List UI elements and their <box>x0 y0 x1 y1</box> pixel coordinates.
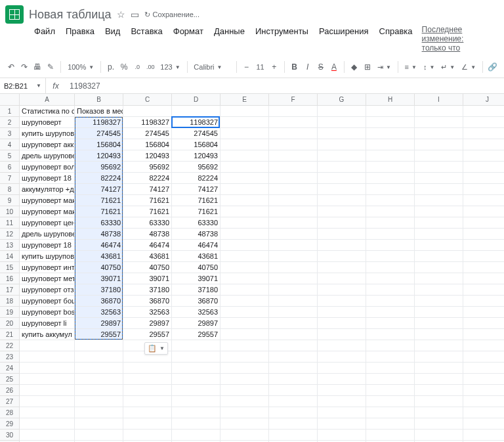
cell[interactable] <box>463 329 504 340</box>
cell[interactable] <box>220 407 269 418</box>
italic-icon[interactable]: I <box>302 59 314 75</box>
cell[interactable]: 32563 <box>172 307 220 318</box>
cell[interactable] <box>463 430 504 441</box>
cell[interactable] <box>366 340 415 351</box>
cell[interactable] <box>366 106 415 117</box>
cell[interactable] <box>318 374 366 385</box>
fill-color-icon[interactable]: ◆ <box>348 59 360 75</box>
cell[interactable] <box>123 363 172 374</box>
cell[interactable] <box>269 296 318 307</box>
cell[interactable]: 1198327 <box>123 117 172 128</box>
row-header[interactable]: 25 <box>0 374 20 385</box>
cell[interactable] <box>220 150 269 162</box>
cell[interactable] <box>123 418 172 430</box>
cell[interactable] <box>75 363 123 374</box>
cell[interactable] <box>269 128 318 139</box>
cell[interactable] <box>415 184 463 195</box>
cell[interactable] <box>123 385 172 396</box>
cell[interactable]: 40750 <box>172 262 220 273</box>
cell[interactable] <box>172 351 220 363</box>
cell[interactable] <box>318 418 366 430</box>
link-icon[interactable]: 🔗 <box>487 59 499 75</box>
cell[interactable]: 40750 <box>75 262 123 273</box>
menu-data[interactable]: Данные <box>210 25 249 53</box>
cell[interactable] <box>269 284 318 296</box>
cell[interactable] <box>415 307 463 318</box>
cell[interactable]: шуруповерт мак <box>20 195 75 206</box>
row-header[interactable]: 20 <box>0 318 20 329</box>
cell[interactable] <box>366 162 415 173</box>
cell[interactable] <box>366 117 415 128</box>
strike-icon[interactable]: S <box>315 59 327 75</box>
col-header-G[interactable]: G <box>318 94 366 106</box>
cell[interactable] <box>269 184 318 195</box>
cell[interactable] <box>415 374 463 385</box>
cell[interactable] <box>20 407 75 418</box>
rotate-icon[interactable]: ∠▼ <box>459 63 478 72</box>
row-header[interactable]: 29 <box>0 418 20 430</box>
cell[interactable] <box>366 396 415 407</box>
cell[interactable]: 48738 <box>123 229 172 240</box>
cell[interactable] <box>318 139 366 150</box>
cell[interactable] <box>269 407 318 418</box>
formula-input[interactable]: 1198327 <box>66 81 504 91</box>
cell[interactable] <box>415 407 463 418</box>
cell[interactable] <box>366 173 415 184</box>
menu-insert[interactable]: Вставка <box>127 25 166 53</box>
undo-icon[interactable]: ↶ <box>5 59 17 75</box>
cell[interactable] <box>269 217 318 229</box>
cell[interactable] <box>172 407 220 418</box>
cell[interactable] <box>366 418 415 430</box>
cell[interactable] <box>123 106 172 117</box>
cell[interactable] <box>220 318 269 329</box>
cell[interactable] <box>318 128 366 139</box>
cell[interactable]: 95692 <box>172 162 220 173</box>
cell[interactable] <box>318 273 366 284</box>
print-icon[interactable]: 🖶 <box>32 59 43 75</box>
cell[interactable]: купить шурупов <box>20 251 75 262</box>
cell[interactable]: дрель шурупове <box>20 229 75 240</box>
cell[interactable] <box>366 206 415 217</box>
cell[interactable] <box>269 139 318 150</box>
select-all-corner[interactable] <box>0 94 20 106</box>
cell[interactable]: 43681 <box>172 251 220 262</box>
cell[interactable] <box>123 374 172 385</box>
row-header[interactable]: 6 <box>0 162 20 173</box>
cell[interactable]: 71621 <box>123 206 172 217</box>
cell[interactable] <box>415 251 463 262</box>
row-header[interactable]: 1 <box>0 106 20 117</box>
cell[interactable] <box>75 340 123 351</box>
menu-file[interactable]: Файл <box>30 25 59 53</box>
cell[interactable] <box>269 351 318 363</box>
cell[interactable]: 40750 <box>123 262 172 273</box>
cell[interactable]: 74127 <box>75 184 123 195</box>
cell[interactable] <box>318 307 366 318</box>
row-header[interactable]: 11 <box>0 217 20 229</box>
cell[interactable] <box>415 206 463 217</box>
font-select[interactable]: Calibri▼ <box>191 63 232 71</box>
cell[interactable]: 46474 <box>75 240 123 251</box>
text-color-icon[interactable]: A <box>328 59 340 75</box>
cell[interactable]: 29557 <box>75 329 123 340</box>
menu-format[interactable]: Формат <box>169 25 207 53</box>
cell[interactable] <box>366 240 415 251</box>
cell[interactable]: 120493 <box>172 150 220 162</box>
row-header[interactable]: 8 <box>0 184 20 195</box>
cell[interactable] <box>463 150 504 162</box>
cell[interactable] <box>318 363 366 374</box>
cell[interactable] <box>415 217 463 229</box>
cell[interactable] <box>318 251 366 262</box>
cell[interactable] <box>318 106 366 117</box>
cell[interactable] <box>123 407 172 418</box>
v-align-icon[interactable]: ↕▼ <box>421 63 437 71</box>
cell[interactable] <box>123 430 172 441</box>
cell[interactable] <box>172 430 220 441</box>
cell[interactable]: 71621 <box>172 195 220 206</box>
cell[interactable] <box>220 184 269 195</box>
cell[interactable]: 36870 <box>172 296 220 307</box>
name-box[interactable]: B2:B21▼ <box>0 78 46 93</box>
cell[interactable]: 36870 <box>123 296 172 307</box>
cell[interactable] <box>415 418 463 430</box>
cell[interactable] <box>366 139 415 150</box>
cell[interactable] <box>20 396 75 407</box>
